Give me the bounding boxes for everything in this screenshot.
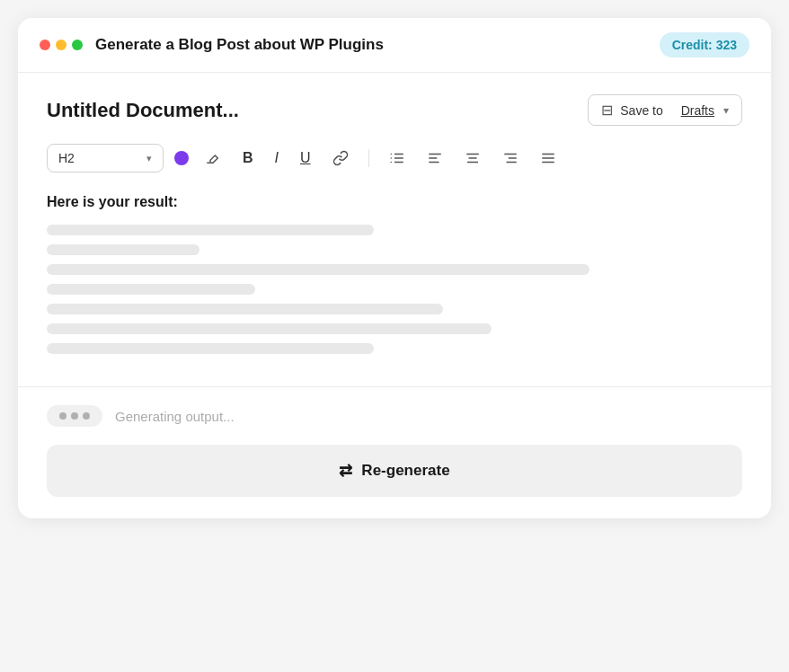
dot-2 — [71, 412, 78, 420]
dot-3 — [83, 412, 90, 420]
highlight-tool-button[interactable] — [199, 146, 226, 170]
skeleton-line — [47, 284, 255, 295]
align-right-button[interactable] — [497, 146, 524, 170]
skeleton-line — [47, 343, 374, 354]
skeleton-line — [47, 244, 199, 255]
drafts-label: Drafts — [681, 103, 714, 118]
generating-text: Generating output... — [115, 409, 235, 424]
skeleton-line — [47, 264, 590, 275]
highlighter-icon — [205, 150, 221, 166]
header-title: Generate a Blog Post about WP Plugins — [95, 36, 384, 54]
traffic-light-yellow[interactable] — [56, 40, 66, 50]
traffic-light-green[interactable] — [72, 40, 83, 50]
align-left-icon — [427, 150, 443, 166]
link-button[interactable] — [327, 146, 354, 170]
traffic-lights — [40, 40, 83, 50]
underline-label: U — [300, 151, 311, 165]
skeleton-line — [47, 225, 374, 235]
skeleton-line — [47, 304, 443, 314]
svg-point-3 — [390, 154, 392, 155]
document-header: Untitled Document... ⊟ Save to Drafts ▾ — [47, 94, 742, 126]
result-label: Here is your result: — [47, 194, 742, 210]
bullet-list-button[interactable] — [384, 146, 411, 170]
color-picker-dot[interactable] — [174, 151, 189, 165]
heading-select[interactable]: H2 ▾ — [47, 144, 164, 172]
align-center-icon — [465, 150, 481, 166]
toolbar-divider — [368, 149, 369, 167]
regenerate-icon: ⇄ — [339, 461, 352, 481]
bold-label: B — [243, 151, 253, 165]
italic-label: I — [275, 151, 279, 165]
bottom-section: Generating output... ⇄ Re-generate — [18, 387, 771, 518]
credit-badge: Credit: 323 — [660, 32, 749, 57]
justify-button[interactable] — [535, 146, 562, 170]
save-chevron-icon: ▾ — [723, 104, 729, 117]
save-drafts-button[interactable]: ⊟ Save to Drafts ▾ — [588, 94, 742, 126]
dot-1 — [59, 412, 66, 420]
justify-icon — [540, 150, 556, 166]
heading-value: H2 — [58, 151, 75, 165]
save-icon: ⊟ — [601, 102, 613, 119]
svg-point-4 — [390, 157, 392, 159]
app-container: Generate a Blog Post about WP Plugins Cr… — [18, 18, 771, 518]
align-left-button[interactable] — [421, 146, 448, 170]
traffic-light-red[interactable] — [40, 40, 50, 50]
save-label: Save to — [620, 103, 662, 118]
header: Generate a Blog Post about WP Plugins Cr… — [18, 18, 771, 73]
svg-point-5 — [390, 162, 392, 164]
italic-button[interactable]: I — [270, 147, 284, 169]
document-area: Untitled Document... ⊟ Save to Drafts ▾ … — [18, 73, 771, 387]
align-center-button[interactable] — [459, 146, 486, 170]
skeleton-line — [47, 323, 492, 334]
regenerate-button[interactable]: ⇄ Re-generate — [47, 445, 742, 497]
generating-row: Generating output... — [47, 405, 742, 427]
document-title: Untitled Document... — [47, 99, 239, 122]
bullet-list-icon — [389, 150, 405, 166]
heading-chevron-icon: ▾ — [146, 153, 152, 164]
underline-button[interactable]: U — [295, 147, 316, 169]
toolbar: H2 ▾ B I U — [47, 144, 742, 172]
link-icon — [332, 150, 349, 166]
header-left: Generate a Blog Post about WP Plugins — [40, 36, 384, 54]
dots-indicator — [47, 405, 102, 427]
skeleton-lines — [47, 225, 742, 354]
regenerate-label: Re-generate — [361, 462, 449, 480]
content-area: Here is your result: — [47, 194, 742, 368]
align-right-icon — [502, 150, 519, 166]
bold-button[interactable]: B — [237, 147, 259, 169]
